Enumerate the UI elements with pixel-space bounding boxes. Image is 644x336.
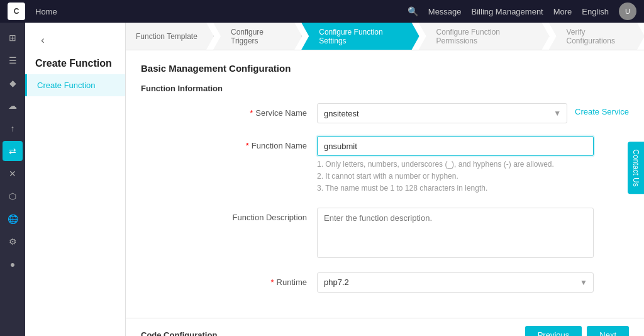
close-icon[interactable]: ✕ xyxy=(3,164,23,184)
step-verify-configurations[interactable]: Verify Configurations xyxy=(549,23,644,50)
billing-nav[interactable]: Billing Management xyxy=(472,7,543,16)
search-icon[interactable]: 🔍 xyxy=(408,6,418,16)
sub-section-title: Function Information xyxy=(141,84,629,93)
service-name-control: gnsitetest ▼ xyxy=(317,103,567,123)
step-configure-triggers[interactable]: Configure Triggers xyxy=(213,23,302,50)
left-panel-header: ‹ xyxy=(25,23,125,53)
top-nav: C Home 🔍 Message Billing Management More… xyxy=(0,0,644,23)
service-name-row: *Service Name gnsitetest ▼ Create Servic… xyxy=(141,103,629,123)
more-nav[interactable]: More xyxy=(553,7,572,16)
function-description-label: Function Description xyxy=(216,208,317,222)
create-service-link[interactable]: Create Service xyxy=(575,103,629,116)
left-panel-title: Create Function xyxy=(25,53,125,74)
step-configure-settings[interactable]: Configure Function Settings xyxy=(301,23,419,50)
nodes-icon[interactable]: ⬡ xyxy=(3,186,23,206)
logo[interactable]: C xyxy=(8,3,25,20)
function-icon[interactable]: ⇄ xyxy=(3,141,23,161)
next-button[interactable]: Next xyxy=(587,326,629,336)
runtime-select[interactable]: php7.2 python3.6 node8.9 java8 xyxy=(317,272,594,293)
function-name-input[interactable] xyxy=(317,136,594,156)
function-name-hints: 1. Only letters, numbers, underscores (_… xyxy=(317,159,594,195)
previous-button[interactable]: Previous xyxy=(525,326,582,336)
home-link[interactable]: Home xyxy=(35,7,57,16)
runtime-label: *Runtime xyxy=(216,272,317,287)
section-title: Basic Management Configuration xyxy=(141,63,629,74)
content-area: Basic Management Configuration Function … xyxy=(126,50,644,318)
btn-group: Previous Next xyxy=(525,326,629,336)
settings-icon[interactable]: ⚙ xyxy=(3,232,23,252)
steps-bar: Function Template Configure Triggers Con… xyxy=(126,23,644,50)
runtime-row: *Runtime php7.2 python3.6 node8.9 java8 … xyxy=(141,272,629,293)
sidebar-icons: ⊞ ☰ ◆ ☁ ↑ ⇄ ✕ ⬡ 🌐 ⚙ ● xyxy=(0,23,25,336)
language-nav[interactable]: English xyxy=(582,7,609,16)
service-name-select[interactable]: gnsitetest xyxy=(317,103,567,123)
function-name-label: *Function Name xyxy=(216,136,317,150)
step-configure-permissions[interactable]: Configure Function Permissions xyxy=(419,23,550,50)
code-config-title: Code Configuration xyxy=(141,330,217,336)
contact-us-tab[interactable]: Contact Us xyxy=(628,142,644,194)
diamond-icon[interactable]: ◆ xyxy=(3,73,23,93)
service-name-label: *Service Name xyxy=(216,103,317,118)
avatar[interactable]: U xyxy=(619,3,636,20)
list-icon[interactable]: ☰ xyxy=(3,50,23,70)
bottom-bar: Code Configuration Previous Next xyxy=(126,318,644,336)
function-name-row: *Function Name 1. Only letters, numbers,… xyxy=(141,136,629,195)
cloud-icon[interactable]: ☁ xyxy=(3,96,23,116)
step-function-template[interactable]: Function Template xyxy=(126,23,214,50)
circle-icon[interactable]: ● xyxy=(3,254,23,274)
runtime-control: php7.2 python3.6 node8.9 java8 ▼ xyxy=(317,272,594,293)
function-description-control xyxy=(317,208,594,260)
function-description-row: Function Description xyxy=(141,208,629,260)
service-name-select-wrap: gnsitetest ▼ xyxy=(317,103,567,123)
main-layout: ⊞ ☰ ◆ ☁ ↑ ⇄ ✕ ⬡ 🌐 ⚙ ● ‹ Create Function … xyxy=(0,23,644,336)
message-nav[interactable]: Message xyxy=(428,7,462,16)
grid-icon[interactable]: ⊞ xyxy=(3,28,23,48)
globe-icon[interactable]: 🌐 xyxy=(3,209,23,229)
function-description-textarea[interactable] xyxy=(317,208,594,258)
function-name-control: 1. Only letters, numbers, underscores (_… xyxy=(317,136,594,195)
runtime-select-wrap: php7.2 python3.6 node8.9 java8 ▼ xyxy=(317,272,594,293)
upload-icon[interactable]: ↑ xyxy=(3,118,23,138)
create-function-nav[interactable]: Create Function xyxy=(25,74,125,96)
left-panel: ‹ Create Function Create Function xyxy=(25,23,126,336)
main-content: Function Template Configure Triggers Con… xyxy=(126,23,644,336)
back-arrow[interactable]: ‹ xyxy=(35,33,50,48)
